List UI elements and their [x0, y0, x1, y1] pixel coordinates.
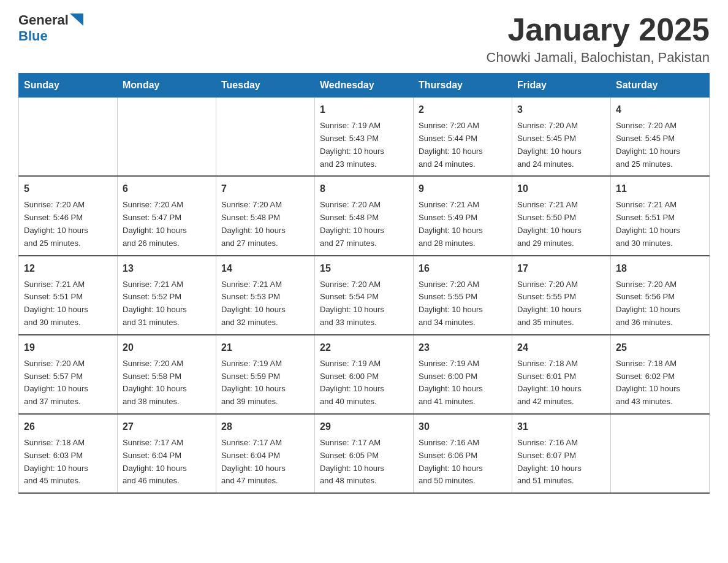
calendar-cell: 7Sunrise: 7:20 AM Sunset: 5:48 PM Daylig… [216, 176, 315, 255]
day-info: Sunrise: 7:16 AM Sunset: 6:07 PM Dayligh… [517, 437, 605, 488]
calendar-cell [118, 98, 216, 177]
day-info: Sunrise: 7:21 AM Sunset: 5:52 PM Dayligh… [123, 278, 211, 329]
calendar-cell: 11Sunrise: 7:21 AM Sunset: 5:51 PM Dayli… [611, 176, 710, 255]
day-number: 15 [320, 261, 408, 276]
day-number: 24 [517, 340, 605, 355]
day-number: 5 [24, 182, 112, 196]
weekday-header-monday: Monday [118, 74, 216, 98]
weekday-header-tuesday: Tuesday [216, 74, 315, 98]
calendar-cell [19, 98, 118, 177]
day-number: 7 [221, 182, 309, 196]
day-number: 23 [419, 340, 507, 355]
day-number: 16 [419, 261, 507, 276]
weekday-header-friday: Friday [512, 74, 611, 98]
day-number: 20 [123, 340, 211, 355]
calendar-cell: 30Sunrise: 7:16 AM Sunset: 6:06 PM Dayli… [414, 414, 512, 493]
location-title: Chowki Jamali, Balochistan, Pakistan [487, 50, 710, 66]
day-info: Sunrise: 7:20 AM Sunset: 5:47 PM Dayligh… [123, 199, 211, 250]
calendar-cell: 17Sunrise: 7:20 AM Sunset: 5:55 PM Dayli… [512, 256, 611, 335]
day-info: Sunrise: 7:19 AM Sunset: 6:00 PM Dayligh… [320, 358, 408, 408]
day-info: Sunrise: 7:20 AM Sunset: 5:54 PM Dayligh… [320, 278, 408, 329]
calendar-cell: 3Sunrise: 7:20 AM Sunset: 5:45 PM Daylig… [512, 98, 611, 177]
logo-triangle-icon [70, 13, 83, 26]
calendar-cell: 9Sunrise: 7:21 AM Sunset: 5:49 PM Daylig… [414, 176, 512, 255]
day-number: 18 [616, 261, 704, 276]
day-number: 26 [24, 419, 112, 434]
logo: General Blue [18, 12, 83, 44]
day-number: 12 [24, 261, 112, 276]
day-info: Sunrise: 7:20 AM Sunset: 5:56 PM Dayligh… [616, 278, 704, 329]
day-number: 27 [123, 419, 211, 434]
day-number: 21 [221, 340, 309, 355]
calendar-cell: 25Sunrise: 7:18 AM Sunset: 6:02 PM Dayli… [611, 335, 710, 414]
calendar-cell: 8Sunrise: 7:20 AM Sunset: 5:48 PM Daylig… [315, 176, 414, 255]
day-number: 9 [419, 182, 507, 196]
calendar-cell: 26Sunrise: 7:18 AM Sunset: 6:03 PM Dayli… [19, 414, 118, 493]
day-number: 29 [320, 419, 408, 434]
calendar-week-row: 1Sunrise: 7:19 AM Sunset: 5:43 PM Daylig… [19, 98, 710, 177]
day-info: Sunrise: 7:19 AM Sunset: 5:59 PM Dayligh… [221, 358, 309, 408]
calendar-cell: 1Sunrise: 7:19 AM Sunset: 5:43 PM Daylig… [315, 98, 414, 177]
day-number: 2 [419, 102, 507, 117]
day-number: 11 [616, 182, 704, 196]
calendar-cell [611, 414, 710, 493]
calendar-cell: 14Sunrise: 7:21 AM Sunset: 5:53 PM Dayli… [216, 256, 315, 335]
calendar-cell: 2Sunrise: 7:20 AM Sunset: 5:44 PM Daylig… [414, 98, 512, 177]
calendar-cell: 23Sunrise: 7:19 AM Sunset: 6:00 PM Dayli… [414, 335, 512, 414]
calendar-cell: 16Sunrise: 7:20 AM Sunset: 5:55 PM Dayli… [414, 256, 512, 335]
svg-marker-0 [70, 13, 83, 26]
day-number: 25 [616, 340, 704, 355]
day-number: 28 [221, 419, 309, 434]
month-title: January 2025 [487, 12, 710, 47]
day-info: Sunrise: 7:21 AM Sunset: 5:51 PM Dayligh… [616, 199, 704, 250]
calendar-cell: 18Sunrise: 7:20 AM Sunset: 5:56 PM Dayli… [611, 256, 710, 335]
day-info: Sunrise: 7:21 AM Sunset: 5:51 PM Dayligh… [24, 278, 112, 329]
weekday-header-thursday: Thursday [414, 74, 512, 98]
calendar-cell: 27Sunrise: 7:17 AM Sunset: 6:04 PM Dayli… [118, 414, 216, 493]
day-number: 31 [517, 419, 605, 434]
day-info: Sunrise: 7:20 AM Sunset: 5:44 PM Dayligh… [419, 120, 507, 170]
day-info: Sunrise: 7:19 AM Sunset: 6:00 PM Dayligh… [419, 358, 507, 408]
calendar-cell: 29Sunrise: 7:17 AM Sunset: 6:05 PM Dayli… [315, 414, 414, 493]
calendar-cell: 6Sunrise: 7:20 AM Sunset: 5:47 PM Daylig… [118, 176, 216, 255]
day-info: Sunrise: 7:20 AM Sunset: 5:55 PM Dayligh… [517, 278, 605, 329]
calendar-cell: 12Sunrise: 7:21 AM Sunset: 5:51 PM Dayli… [19, 256, 118, 335]
calendar-cell: 5Sunrise: 7:20 AM Sunset: 5:46 PM Daylig… [19, 176, 118, 255]
day-info: Sunrise: 7:20 AM Sunset: 5:48 PM Dayligh… [320, 199, 408, 250]
weekday-header-saturday: Saturday [611, 74, 710, 98]
calendar-cell: 4Sunrise: 7:20 AM Sunset: 5:45 PM Daylig… [611, 98, 710, 177]
day-number: 3 [517, 102, 605, 117]
day-info: Sunrise: 7:21 AM Sunset: 5:50 PM Dayligh… [517, 199, 605, 250]
logo-general-text: General [18, 12, 69, 28]
title-section: January 2025 Chowki Jamali, Balochistan,… [487, 12, 710, 66]
calendar-cell: 15Sunrise: 7:20 AM Sunset: 5:54 PM Dayli… [315, 256, 414, 335]
weekday-header-wednesday: Wednesday [315, 74, 414, 98]
day-number: 13 [123, 261, 211, 276]
day-info: Sunrise: 7:20 AM Sunset: 5:45 PM Dayligh… [616, 120, 704, 170]
page-header: General Blue January 2025 Chowki Jamali,… [18, 12, 710, 66]
weekday-header-sunday: Sunday [19, 74, 118, 98]
day-info: Sunrise: 7:17 AM Sunset: 6:04 PM Dayligh… [221, 437, 309, 488]
day-number: 22 [320, 340, 408, 355]
day-number: 30 [419, 419, 507, 434]
calendar-cell: 20Sunrise: 7:20 AM Sunset: 5:58 PM Dayli… [118, 335, 216, 414]
calendar-table: SundayMondayTuesdayWednesdayThursdayFrid… [18, 73, 710, 494]
day-info: Sunrise: 7:18 AM Sunset: 6:02 PM Dayligh… [616, 358, 704, 408]
calendar-week-row: 5Sunrise: 7:20 AM Sunset: 5:46 PM Daylig… [19, 176, 710, 255]
day-number: 17 [517, 261, 605, 276]
day-number: 10 [517, 182, 605, 196]
calendar-cell: 19Sunrise: 7:20 AM Sunset: 5:57 PM Dayli… [19, 335, 118, 414]
day-info: Sunrise: 7:20 AM Sunset: 5:48 PM Dayligh… [221, 199, 309, 250]
day-info: Sunrise: 7:18 AM Sunset: 6:01 PM Dayligh… [517, 358, 605, 408]
day-info: Sunrise: 7:17 AM Sunset: 6:04 PM Dayligh… [123, 437, 211, 488]
calendar-cell: 24Sunrise: 7:18 AM Sunset: 6:01 PM Dayli… [512, 335, 611, 414]
day-number: 4 [616, 102, 704, 117]
day-info: Sunrise: 7:20 AM Sunset: 5:45 PM Dayligh… [517, 120, 605, 170]
calendar-week-row: 19Sunrise: 7:20 AM Sunset: 5:57 PM Dayli… [19, 335, 710, 414]
day-info: Sunrise: 7:20 AM Sunset: 5:57 PM Dayligh… [24, 358, 112, 408]
day-number: 1 [320, 102, 408, 117]
calendar-week-row: 26Sunrise: 7:18 AM Sunset: 6:03 PM Dayli… [19, 414, 710, 493]
day-number: 8 [320, 182, 408, 196]
day-info: Sunrise: 7:20 AM Sunset: 5:55 PM Dayligh… [419, 278, 507, 329]
day-info: Sunrise: 7:20 AM Sunset: 5:46 PM Dayligh… [24, 199, 112, 250]
